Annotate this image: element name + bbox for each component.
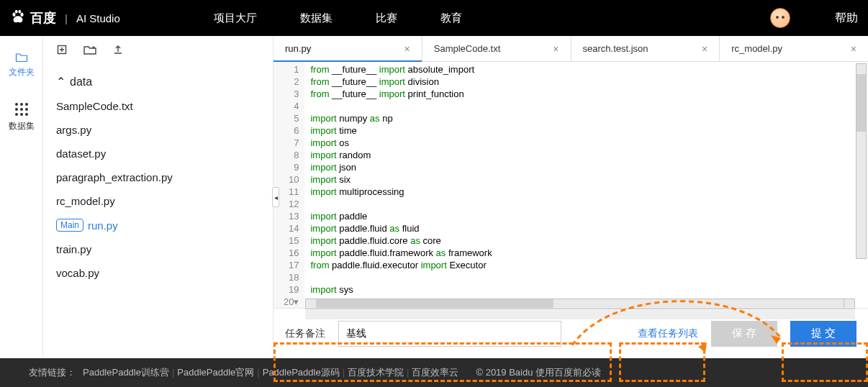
- editor-tab[interactable]: run.py×: [273, 36, 422, 61]
- close-icon[interactable]: ×: [553, 43, 559, 55]
- view-task-list-link[interactable]: 查看任务列表: [638, 327, 698, 340]
- editor-tab[interactable]: search.test.json×: [571, 36, 720, 61]
- file-panel: ⌃ data SampleCode.txtargs.pydataset.pypa…: [43, 36, 273, 358]
- baidu-text: 百度: [30, 9, 56, 27]
- file-row[interactable]: rc_model.py: [53, 189, 273, 213]
- logo[interactable]: 百度 | AI Studio: [10, 9, 120, 27]
- file-row[interactable]: paragraph_extraction.py: [53, 165, 273, 189]
- footer-link[interactable]: PaddlePaddle训练营: [83, 367, 169, 378]
- footer-link[interactable]: PaddlePaddle官网: [177, 367, 254, 378]
- top-nav: 百度 | AI Studio 项目大厅 数据集 比赛 教育 帮助: [0, 0, 868, 36]
- editor-area: ◂ run.py×SampleCode.txt×search.test.json…: [273, 36, 868, 358]
- file-row[interactable]: args.py: [53, 118, 273, 142]
- new-file-icon[interactable]: [56, 44, 68, 58]
- editor-tabs: run.py×SampleCode.txt×search.test.json×r…: [273, 36, 868, 62]
- code-content[interactable]: from __future__ import absolute_import f…: [304, 62, 868, 308]
- close-icon[interactable]: ×: [702, 43, 707, 55]
- sidebar-item-files[interactable]: 文件夹: [9, 52, 35, 78]
- svg-point-3: [18, 9, 21, 13]
- studio-text: AI Studio: [76, 12, 120, 24]
- line-gutter: 1 2 3 4 5 6 7 8 9 10 11 12 13 14 15 16 1…: [273, 62, 304, 308]
- highlight-box-submit: [782, 342, 868, 382]
- folder-icon: [15, 52, 28, 62]
- editor-tab[interactable]: SampleCode.txt×: [422, 36, 571, 61]
- file-row[interactable]: vocab.py: [53, 261, 273, 285]
- panel-collapse-handle[interactable]: ◂: [272, 187, 279, 207]
- file-tree: ⌃ data SampleCode.txtargs.pydataset.pypa…: [43, 66, 273, 285]
- main-badge: Main: [56, 219, 83, 232]
- close-icon[interactable]: ×: [851, 43, 856, 55]
- svg-point-0: [12, 12, 15, 16]
- svg-point-2: [15, 9, 18, 13]
- nav-projects[interactable]: 项目大厅: [214, 12, 257, 25]
- editor-tab[interactable]: rc_model.py×: [720, 36, 868, 61]
- svg-point-1: [20, 12, 23, 16]
- folder-row[interactable]: ⌃ data: [53, 69, 273, 94]
- save-button[interactable]: 保 存: [711, 321, 777, 347]
- code-editor[interactable]: 1 2 3 4 5 6 7 8 9 10 11 12 13 14 15 16 1…: [273, 62, 868, 308]
- nav-datasets[interactable]: 数据集: [300, 12, 333, 25]
- grid-icon: [15, 103, 28, 116]
- task-note-label: 任务备注: [285, 327, 325, 340]
- file-row[interactable]: train.py: [53, 237, 273, 261]
- file-row[interactable]: Mainrun.py: [53, 213, 273, 237]
- baidu-paw-icon: [10, 9, 26, 27]
- nav-help[interactable]: 帮助: [835, 11, 858, 26]
- left-sidebar: 文件夹 数据集: [0, 36, 43, 358]
- chevron-down-icon: ⌃: [56, 75, 65, 88]
- scrollbar-vertical[interactable]: [856, 63, 867, 259]
- new-folder-icon[interactable]: [83, 45, 96, 58]
- file-row[interactable]: SampleCode.txt: [53, 94, 273, 118]
- avatar[interactable]: [770, 8, 790, 28]
- file-row[interactable]: dataset.py: [53, 142, 273, 165]
- nav-competitions[interactable]: 比赛: [376, 12, 397, 25]
- close-icon[interactable]: ×: [404, 43, 410, 55]
- sidebar-item-datasets[interactable]: 数据集: [9, 103, 35, 132]
- footer-label: 友情链接：: [29, 366, 76, 379]
- nav-education[interactable]: 教育: [440, 12, 462, 25]
- highlight-box-task-note: [273, 342, 612, 382]
- highlight-box-view-list: [619, 342, 705, 382]
- file-toolbar: [43, 36, 273, 66]
- main-nav: 项目大厅 数据集 比赛 教育: [214, 12, 462, 25]
- upload-icon[interactable]: [112, 44, 124, 58]
